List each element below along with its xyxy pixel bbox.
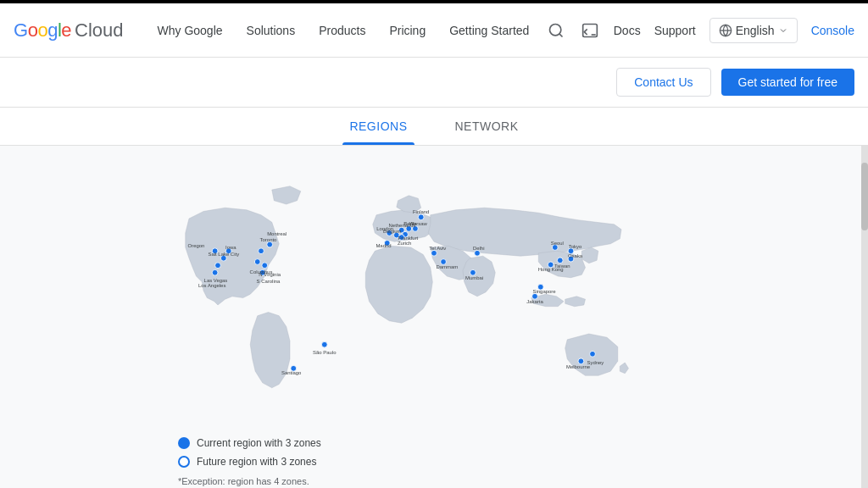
- terminal-icon[interactable]: [580, 20, 600, 41]
- logo-cloud-text: Cloud: [75, 19, 123, 42]
- navbar: Google Cloud Why Google Solutions Produc…: [0, 3, 868, 58]
- svg-point-17: [321, 341, 327, 347]
- svg-text:Singapore: Singapore: [533, 289, 557, 294]
- future-region-label: Future region with 3 zones: [197, 456, 316, 468]
- svg-point-40: [578, 358, 584, 364]
- globe-icon: [719, 24, 732, 37]
- svg-text:Tokyo: Tokyo: [569, 244, 582, 249]
- sub-header: Contact Us Get started for free: [0, 58, 868, 108]
- svg-text:Montreal: Montreal: [267, 231, 287, 236]
- svg-text:Warsaw: Warsaw: [409, 222, 428, 227]
- svg-text:Las Vegas: Las Vegas: [204, 278, 228, 283]
- legend-future: Future region with 3 zones: [178, 456, 321, 468]
- svg-text:Delhi: Delhi: [473, 246, 485, 251]
- svg-point-38: [532, 293, 538, 299]
- console-link[interactable]: Console: [811, 24, 854, 37]
- support-link[interactable]: Support: [654, 24, 696, 37]
- svg-point-10: [215, 263, 221, 269]
- nav-solutions[interactable]: Solutions: [236, 17, 306, 44]
- tab-network[interactable]: NETWORK: [448, 108, 526, 145]
- future-region-dot: [178, 456, 190, 468]
- nav-right: Docs Support English Console: [546, 18, 854, 43]
- svg-text:Santiago: Santiago: [281, 370, 302, 375]
- nav-pricing[interactable]: Pricing: [379, 17, 436, 44]
- svg-text:Osaka: Osaka: [568, 253, 583, 258]
- svg-text:Oregon: Oregon: [188, 243, 205, 248]
- svg-point-13: [267, 241, 273, 247]
- svg-text:Melbourne: Melbourne: [566, 364, 591, 369]
- svg-text:Iowa: Iowa: [225, 245, 236, 250]
- svg-point-31: [470, 269, 476, 275]
- svg-line-1: [559, 33, 563, 36]
- logo-text: Google: [14, 19, 71, 42]
- svg-text:Salt Lake City: Salt Lake City: [208, 252, 239, 257]
- svg-text:S Carolina: S Carolina: [257, 279, 281, 284]
- legend-current: Current region with 3 zones: [178, 437, 321, 449]
- svg-point-14: [254, 259, 260, 265]
- svg-point-27: [418, 214, 424, 220]
- svg-point-0: [549, 24, 560, 35]
- get-started-button[interactable]: Get started for free: [721, 69, 855, 96]
- map-section: Oregon Salt Lake City Iowa Las Vegas Los…: [0, 146, 868, 488]
- svg-text:Finland: Finland: [413, 209, 429, 214]
- svg-point-30: [475, 250, 481, 256]
- svg-text:Madrid: Madrid: [376, 243, 391, 248]
- tabs-container: REGIONS NETWORK: [0, 108, 868, 146]
- svg-text:Mumbai: Mumbai: [465, 275, 483, 280]
- exception-text: *Exception: region has 4 zones.: [178, 476, 309, 486]
- svg-text:Tel Aviv: Tel Aviv: [429, 246, 446, 251]
- contact-us-button[interactable]: Contact Us: [616, 68, 710, 97]
- nav-products[interactable]: Products: [309, 17, 376, 44]
- svg-text:Toronto: Toronto: [260, 237, 278, 242]
- svg-point-32: [552, 245, 558, 251]
- nav-getting-started[interactable]: Getting Started: [439, 17, 539, 44]
- map-wrapper: Oregon Salt Lake City Iowa Las Vegas Los…: [0, 146, 868, 488]
- svg-point-39: [590, 351, 596, 357]
- docs-link[interactable]: Docs: [614, 24, 641, 37]
- current-region-dot: [178, 437, 190, 449]
- svg-point-28: [431, 250, 437, 256]
- svg-text:Belgium: Belgium: [383, 229, 402, 234]
- svg-text:Los Angeles: Los Angeles: [198, 283, 225, 288]
- svg-text:Dammam: Dammam: [436, 265, 458, 270]
- search-icon[interactable]: [546, 20, 566, 41]
- logo[interactable]: Google Cloud: [14, 19, 124, 42]
- tab-regions[interactable]: REGIONS: [342, 108, 414, 145]
- legend: Current region with 3 zones Future regio…: [178, 437, 321, 468]
- svg-text:Jakarta: Jakarta: [526, 299, 543, 304]
- language-selector[interactable]: English: [709, 18, 798, 43]
- svg-text:N Virginia: N Virginia: [259, 272, 281, 277]
- current-region-label: Current region with 3 zones: [197, 437, 321, 449]
- scrollbar[interactable]: [861, 146, 868, 488]
- svg-text:Zurich: Zurich: [398, 241, 412, 246]
- svg-point-11: [212, 269, 218, 275]
- svg-point-35: [557, 258, 563, 263]
- svg-text:São Paulo: São Paulo: [313, 350, 337, 355]
- chevron-down-icon: [778, 25, 788, 36]
- scrollbar-thumb[interactable]: [861, 163, 868, 230]
- nav-links: Why Google Solutions Products Pricing Ge…: [147, 17, 546, 44]
- svg-point-29: [441, 259, 447, 265]
- language-label: English: [736, 24, 775, 37]
- svg-text:Hong Kong: Hong Kong: [538, 267, 564, 272]
- svg-point-15: [262, 263, 268, 269]
- world-map: Oregon Salt Lake City Iowa Las Vegas Los…: [112, 175, 756, 463]
- svg-point-12: [259, 248, 264, 254]
- svg-text:Seoul: Seoul: [551, 241, 564, 246]
- nav-why-google[interactable]: Why Google: [147, 17, 233, 44]
